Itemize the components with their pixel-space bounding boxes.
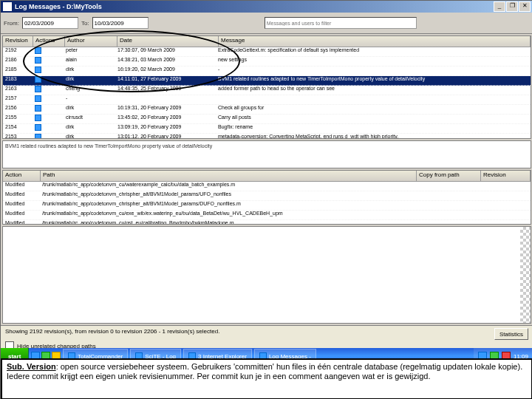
table-row[interactable]: 2156dirk16:19:31, 20 February 2009Check … [3, 105, 531, 115]
caption-title: Sub. Version [7, 362, 56, 371]
col-path[interactable]: Path [41, 171, 417, 181]
file-row[interactable]: Modified/trunk/matlab/rc_app/codetonvm_c… [3, 182, 531, 191]
table-row[interactable]: 2183dirk14:11:01, 27 February 2009BVM1 r… [3, 76, 531, 86]
caption-text: : open source versiebeheer systeem. Gebr… [7, 362, 522, 381]
col-message[interactable]: Message [219, 36, 531, 47]
to-label: To: [81, 20, 89, 27]
table-row[interactable]: 2186alain14:38:21, 03 March 2009new sett… [3, 57, 531, 66]
file-grid-body[interactable]: Modified/trunk/matlab/rc_app/codetonvm_c… [3, 182, 531, 225]
window-title: Log Messages - D:\MyTools [15, 3, 494, 10]
file-row[interactable]: Modified/trunk/matlab/rc_app/codetonvm_c… [3, 220, 531, 225]
date-to-input[interactable] [92, 17, 149, 29]
table-row[interactable]: 2155cirrusdt13:45:02, 20 February 2009Ca… [3, 115, 531, 124]
minimize-button[interactable]: _ [494, 1, 505, 12]
col-actions[interactable]: Actions [33, 36, 65, 47]
titlebar: Log Messages - D:\MyTools _ ❐ ✕ [1, 1, 532, 13]
col-revision[interactable]: Revision [3, 36, 33, 47]
col-author[interactable]: Author [65, 36, 117, 47]
table-row[interactable]: 2157- [3, 95, 531, 105]
lower-pane [2, 226, 531, 324]
table-row[interactable]: 2154dirk13:09:19, 20 February 2009Bugfix… [3, 124, 531, 134]
file-row[interactable]: Modified/trunk/matlab/rc_app/codetonvm_c… [3, 191, 531, 201]
revision-grid: Revision Actions Author Date Message 219… [2, 35, 531, 139]
status-summary: Showing 2192 revision(s), from revision … [5, 328, 494, 340]
table-row[interactable]: 2153dirk13:01:12, 20 February 2009metada… [3, 134, 531, 139]
transparency-checker [520, 227, 531, 323]
col-action[interactable]: Action [3, 171, 41, 181]
search-input[interactable] [265, 17, 417, 29]
from-label: From: [4, 20, 19, 27]
col-copy[interactable]: Copy from path [417, 171, 481, 181]
file-grid: Action Path Copy from path Revision Modi… [2, 170, 531, 225]
revision-grid-body[interactable]: 2192peter17:30:07, 09 March 2009ExtraCod… [3, 47, 531, 139]
commit-message-box[interactable]: BVM1 related routines adapted to new Tim… [2, 140, 531, 168]
window: Log Messages - D:\MyTools _ ❐ ✕ From: To… [0, 0, 532, 399]
statistics-button[interactable]: Statistics [494, 328, 528, 340]
col-date[interactable]: Date [117, 36, 219, 47]
col-rev2[interactable]: Revision [481, 171, 531, 181]
date-from-input[interactable] [22, 17, 78, 29]
filter-toolbar: From: To: [1, 13, 532, 34]
table-row[interactable]: 2192peter17:30:07, 09 March 2009ExtraCod… [3, 47, 531, 57]
table-row[interactable]: 2185dirk16:19:20, 02 March 2009- [3, 66, 531, 76]
file-row[interactable]: Modified/trunk/matlab/rc_app/codetonvm_c… [3, 201, 531, 211]
caption-overlay: Sub. Version: open source versiebeheer s… [1, 358, 532, 399]
file-row[interactable]: Modified/trunk/matlab/rc_app/codetonvm_c… [3, 211, 531, 220]
app-icon [3, 2, 12, 11]
close-button[interactable]: ✕ [519, 1, 531, 12]
table-row[interactable]: 2163cheng14:48:35, 25 February 2009added… [3, 86, 531, 95]
maximize-button[interactable]: ❐ [506, 1, 518, 12]
